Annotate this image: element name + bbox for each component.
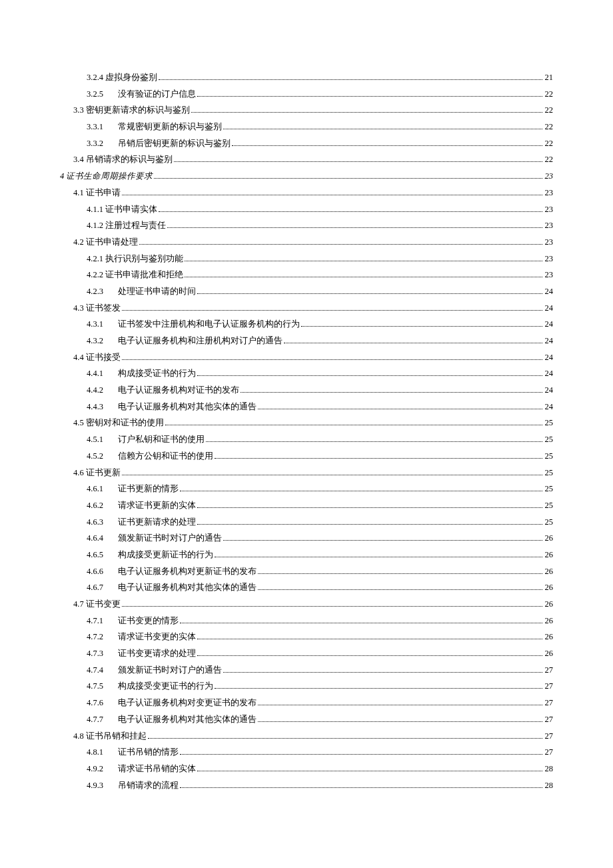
- toc-number: 3.4: [73, 155, 84, 164]
- toc-entry[interactable]: 4.4 证书接受24: [60, 353, 553, 362]
- toc-entry[interactable]: 4.6.5构成接受更新证书的行为26: [60, 551, 553, 559]
- toc-title: 电子认证服务机构对更新证书的发布: [118, 567, 257, 576]
- toc-title: 订户私钥和证书的使用: [118, 435, 205, 444]
- toc-label: 4.1.1 证书申请实体: [87, 205, 157, 214]
- toc-entry[interactable]: 4.6 证书更新25: [60, 469, 553, 477]
- toc-page-number: 25: [545, 435, 554, 444]
- toc-entry[interactable]: 4.6.4颁发新证书时对订户的通告26: [60, 534, 553, 543]
- toc-entry[interactable]: 4.2.2 证书申请批准和拒绝23: [60, 271, 553, 279]
- toc-page-number: 26: [545, 633, 554, 641]
- toc-entry[interactable]: 4.5.1订户私钥和证书的使用25: [60, 435, 553, 444]
- toc-entry[interactable]: 4.4.2电子认证服务机构对证书的发布24: [60, 386, 553, 395]
- toc-entry[interactable]: 3.3 密钥更新请求的标识与鉴别22: [60, 106, 553, 115]
- toc-entry[interactable]: 4.7.6电子认证服务机构对变更证书的发布27: [60, 699, 553, 707]
- toc-page-number: 22: [545, 139, 554, 148]
- toc-leader-dots: [215, 458, 542, 459]
- toc-entry[interactable]: 4.9.2请求证书吊销的实体28: [60, 765, 553, 773]
- toc-number: 4.6.5: [87, 550, 103, 559]
- toc-title: 注册过程与责任: [105, 221, 166, 230]
- toc-label: 4.2.1 执行识别与鉴别功能: [87, 255, 183, 263]
- toc-entry[interactable]: 4.4.3电子认证服务机构对其他实体的通告24: [60, 403, 553, 411]
- toc-entry[interactable]: 3.3.1常规密钥更新的标识与鉴别22: [60, 123, 553, 131]
- toc-page-number: 25: [545, 469, 554, 477]
- toc-page-number: 27: [545, 732, 554, 741]
- toc-leader-dots: [223, 540, 542, 541]
- toc-page-number: 27: [545, 682, 554, 691]
- toc-leader-dots: [180, 787, 542, 788]
- toc-entry[interactable]: 4.8.1证书吊销的情形27: [60, 748, 553, 757]
- toc-entry[interactable]: 4.6.7电子认证服务机构对其他实体的通告26: [60, 583, 553, 592]
- toc-page-number: 26: [545, 551, 554, 559]
- toc-number: 3.3: [73, 105, 84, 115]
- toc-entry[interactable]: 4 证书生命周期操作要求23: [60, 172, 553, 181]
- toc-page-number: 23: [545, 172, 554, 181]
- toc-label: 4.7.5构成接受变更证书的行为: [87, 682, 213, 691]
- toc-entry[interactable]: 4.4.1构成接受证书的行为24: [60, 369, 553, 378]
- toc-entry[interactable]: 4.2.1 执行识别与鉴别功能23: [60, 255, 553, 263]
- toc-entry[interactable]: 4.3 证书签发24: [60, 304, 553, 313]
- toc-number: 4.6: [73, 468, 84, 477]
- toc-title: 证书接受: [86, 353, 121, 362]
- toc-entry[interactable]: 4.5 密钥对和证书的使用25: [60, 419, 553, 427]
- toc-page-number: 26: [545, 534, 554, 543]
- toc-number: 4.6.1: [87, 484, 103, 493]
- toc-number: 3.2.4: [87, 73, 103, 82]
- toc-entry[interactable]: 4.1 证书申请23: [60, 189, 553, 197]
- toc-entry[interactable]: 4.7.1证书变更的情形26: [60, 617, 553, 625]
- toc-entry[interactable]: 3.2.5没有验证的订户信息22: [60, 90, 553, 99]
- toc-number: 4.4.3: [87, 402, 103, 411]
- toc-title: 构成接受变更证书的行为: [118, 681, 213, 691]
- toc-title: 证书签发中注册机构和电子认证服务机构的行为: [118, 319, 300, 329]
- toc-entry[interactable]: 4.3.1证书签发中注册机构和电子认证服务机构的行为24: [60, 320, 553, 329]
- toc-label: 3.3.1常规密钥更新的标识与鉴别: [87, 123, 222, 131]
- toc-number: 4.1.2: [87, 221, 103, 230]
- toc-entry[interactable]: 3.2.4 虚拟身份鉴别21: [60, 73, 553, 82]
- toc-leader-dots: [232, 145, 542, 146]
- toc-entry[interactable]: 4.3.2电子认证服务机构和注册机构对订户的通告24: [60, 337, 553, 345]
- toc-title: 密钥对和证书的使用: [86, 418, 164, 427]
- toc-title: 请求证书更新的实体: [118, 501, 196, 510]
- toc-title: 处理证书申请的时间: [118, 287, 196, 296]
- toc-entry[interactable]: 4.7.5构成接受变更证书的行为27: [60, 682, 553, 691]
- toc-entry[interactable]: 4.2 证书申请处理23: [60, 238, 553, 247]
- toc-entry[interactable]: 4.6.1证书更新的情形25: [60, 485, 553, 493]
- toc-leader-dots: [206, 441, 542, 442]
- toc-entry[interactable]: 4.1.1 证书申请实体23: [60, 205, 553, 214]
- toc-entry[interactable]: 3.4 吊销请求的标识与鉴别22: [60, 155, 553, 164]
- toc-page-number: 23: [545, 221, 554, 230]
- toc-entry[interactable]: 4.7.7电子认证服务机构对其他实体的通告27: [60, 715, 553, 724]
- toc-number: 4.1: [73, 188, 84, 197]
- toc-entry[interactable]: 4.6.2请求证书更新的实体25: [60, 501, 553, 510]
- toc-leader-dots: [258, 573, 542, 574]
- toc-label: 4.6.5构成接受更新证书的行为: [87, 551, 213, 559]
- toc-entry[interactable]: 4.9.3吊销请求的流程28: [60, 781, 553, 790]
- toc-leader-dots: [122, 359, 542, 360]
- toc-entry[interactable]: 4.7.4颁发新证书时对订户的通告27: [60, 666, 553, 675]
- toc-entry[interactable]: 3.3.2吊销后密钥更新的标识与鉴别22: [60, 139, 553, 148]
- toc-entry[interactable]: 4.6.3证书更新请求的处理25: [60, 518, 553, 527]
- toc-label: 4.7.4颁发新证书时对订户的通告: [87, 666, 222, 675]
- toc-label: 4.5.1订户私钥和证书的使用: [87, 435, 205, 444]
- toc-entry[interactable]: 4.6.6电子认证服务机构对更新证书的发布26: [60, 567, 553, 576]
- toc-page-number: 21: [545, 73, 554, 82]
- toc-label: 4.6.1证书更新的情形: [87, 485, 179, 493]
- toc-label: 3.4 吊销请求的标识与鉴别: [73, 155, 173, 164]
- toc-entry[interactable]: 4.7.2请求证书变更的实体26: [60, 633, 553, 641]
- toc-entry[interactable]: 4.7.3证书变更请求的处理26: [60, 649, 553, 658]
- toc-label: 4.6.4颁发新证书时对订户的通告: [87, 534, 222, 543]
- toc-entry[interactable]: 4.2.3处理证书申请的时间24: [60, 287, 553, 296]
- toc-number: 4.2: [73, 237, 84, 247]
- toc-title: 证书申请实体: [105, 205, 157, 214]
- toc-label: 4.5.2信赖方公钥和证书的使用: [87, 452, 213, 461]
- toc-title: 电子认证服务机构对变更证书的发布: [118, 698, 257, 707]
- toc-entry[interactable]: 4.8 证书吊销和挂起27: [60, 732, 553, 741]
- toc-entry[interactable]: 4.7 证书变更26: [60, 600, 553, 609]
- toc-leader-dots: [215, 688, 542, 689]
- toc-page-number: 22: [545, 90, 554, 99]
- toc-leader-dots: [197, 96, 542, 97]
- toc-leader-dots: [197, 293, 542, 294]
- toc-leader-dots: [258, 705, 542, 705]
- toc-entry[interactable]: 4.5.2信赖方公钥和证书的使用25: [60, 452, 553, 461]
- toc-page-number: 24: [545, 304, 554, 313]
- toc-entry[interactable]: 4.1.2 注册过程与责任23: [60, 221, 553, 230]
